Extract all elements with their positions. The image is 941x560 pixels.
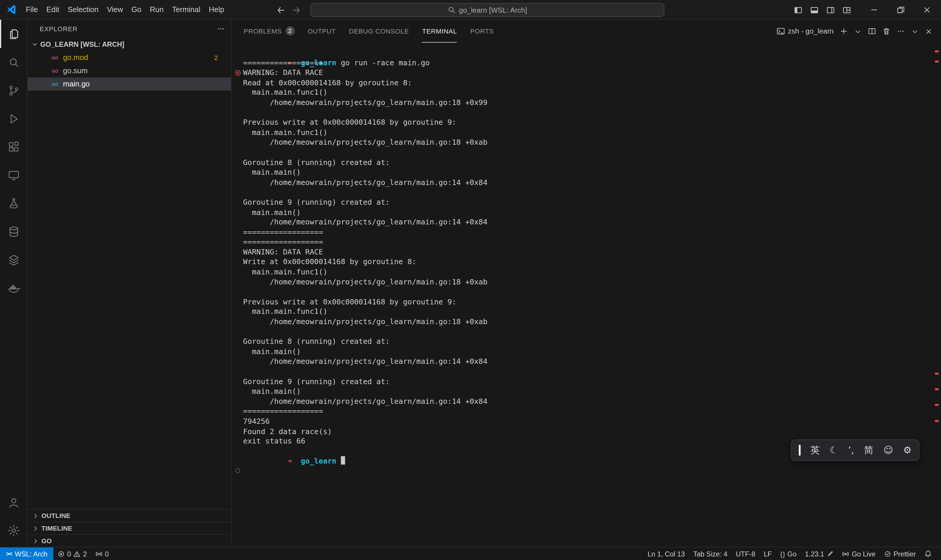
settings-button[interactable] xyxy=(0,516,27,545)
file-row-main-go[interactable]: GO main.go xyxy=(28,77,231,91)
chevron-right-icon xyxy=(32,538,39,544)
tab-debug-console[interactable]: DEBUG CONSOLE xyxy=(349,20,409,43)
tab-label: OUTPUT xyxy=(308,27,336,34)
tab-label: TERMINAL xyxy=(422,27,457,34)
tab-problems[interactable]: PROBLEMS 2 xyxy=(244,20,295,43)
command-pending-icon xyxy=(235,448,288,494)
tab-ports[interactable]: PORTS xyxy=(470,20,494,43)
chevron-right-icon xyxy=(32,525,39,531)
toggle-secondary-sidebar-icon[interactable] xyxy=(826,5,835,15)
titlebar: File Edit Selection View Go Run Terminal… xyxy=(0,0,941,20)
panel-restore-icon[interactable] xyxy=(911,27,919,35)
menu-edit[interactable]: Edit xyxy=(42,0,63,19)
section-outline[interactable]: OUTLINE xyxy=(28,509,231,522)
eol-sequence[interactable]: LF xyxy=(760,547,776,560)
explorer-more-actions-icon[interactable] xyxy=(217,25,225,33)
menu-view[interactable]: View xyxy=(103,0,127,19)
close-panel-icon[interactable] xyxy=(925,27,933,35)
menu-help[interactable]: Help xyxy=(204,0,229,19)
prompt-arrow: ➜ xyxy=(288,457,292,466)
panel-more-actions-icon[interactable] xyxy=(896,27,905,35)
accounts-button[interactable] xyxy=(0,488,27,516)
split-terminal-icon[interactable] xyxy=(868,27,876,35)
notifications-bell[interactable] xyxy=(920,547,936,560)
section-go[interactable]: GO xyxy=(28,534,231,547)
file-row-go-mod[interactable]: GO go.mod 2 xyxy=(28,51,231,64)
activity-testing[interactable] xyxy=(0,189,27,217)
remote-icon: >< xyxy=(6,550,12,557)
remote-indicator[interactable]: >< WSL: Arch xyxy=(0,547,54,560)
menu-terminal[interactable]: Terminal xyxy=(168,0,204,19)
window-controls xyxy=(861,0,940,20)
ime-language-toggle[interactable]: 英 xyxy=(810,444,820,457)
section-label: OUTLINE xyxy=(42,512,71,519)
chevron-right-icon xyxy=(32,512,39,519)
toggle-panel-icon[interactable] xyxy=(810,5,819,15)
terminal-view[interactable]: ➜ go_learn go run -race main.go ========… xyxy=(232,43,941,547)
terminal-dropdown-icon[interactable] xyxy=(854,27,862,35)
ime-simplified-toggle[interactable]: 简 xyxy=(864,444,873,457)
tab-output[interactable]: OUTPUT xyxy=(308,20,336,43)
command-center-search[interactable]: go_learn [WSL: Arch] xyxy=(310,3,664,17)
go-live-button[interactable]: Go Live xyxy=(838,547,880,560)
activity-run-debug[interactable] xyxy=(0,105,27,133)
back-button[interactable] xyxy=(276,5,286,15)
ime-settings-gear-icon[interactable]: ⚙ xyxy=(903,445,911,455)
activity-extensions[interactable] xyxy=(0,133,27,161)
ports-status[interactable]: 0 xyxy=(91,547,113,560)
go-version[interactable]: 1.23.1 xyxy=(801,547,838,560)
close-button[interactable] xyxy=(913,0,940,20)
terminal-content: ➜ go_learn go run -race main.go ========… xyxy=(243,48,929,456)
scrollbar-error-mark xyxy=(935,61,939,62)
activity-remote-explorer[interactable] xyxy=(0,161,27,189)
menu-selection[interactable]: Selection xyxy=(63,0,103,19)
tab-terminal[interactable]: TERMINAL xyxy=(422,20,457,43)
activity-docker[interactable] xyxy=(0,274,27,302)
kill-terminal-icon[interactable] xyxy=(882,27,891,35)
ime-punctuation-toggle[interactable]: ’, xyxy=(848,445,854,455)
terminal-instance[interactable]: zsh - go_learn xyxy=(776,27,834,35)
nav-history xyxy=(276,0,301,20)
activity-source-control[interactable] xyxy=(0,76,27,105)
shell-name: zsh - go_learn xyxy=(788,27,833,35)
menu-go[interactable]: Go xyxy=(127,0,146,19)
ime-toolbar: 英 ☾ ’, 简 ☺ ⚙ xyxy=(791,439,919,461)
toggle-primary-sidebar-icon[interactable] xyxy=(793,5,803,15)
file-name: go.mod xyxy=(63,54,88,62)
vscode-window: File Edit Selection View Go Run Terminal… xyxy=(0,0,941,560)
activity-search[interactable] xyxy=(0,48,27,76)
activity-layers[interactable] xyxy=(0,246,27,274)
ports-count: 0 xyxy=(105,550,109,557)
account-icon xyxy=(7,495,20,509)
forward-button[interactable] xyxy=(292,5,301,15)
menu-run[interactable]: Run xyxy=(146,0,168,19)
new-terminal-icon[interactable] xyxy=(840,27,848,35)
tab-label: DEBUG CONSOLE xyxy=(349,27,409,34)
vscode-logo-icon xyxy=(6,4,17,15)
problems-status[interactable]: 0 2 xyxy=(54,547,91,560)
menu-file[interactable]: File xyxy=(22,0,42,19)
activity-explorer[interactable] xyxy=(0,20,27,48)
go-sum-file-icon: GO xyxy=(50,66,59,75)
file-row-go-sum[interactable]: GO go.sum xyxy=(28,64,231,77)
restore-button[interactable] xyxy=(887,0,913,20)
prettier-status[interactable]: Prettier xyxy=(880,547,920,560)
language-mode[interactable]: { } Go xyxy=(776,547,801,560)
warning-icon xyxy=(74,550,81,557)
tab-size[interactable]: Tab Size: 4 xyxy=(689,547,732,560)
cursor-position[interactable]: Ln 1, Col 13 xyxy=(643,547,689,560)
sidebar-sections: OUTLINE TIMELINE GO xyxy=(28,509,231,547)
tree-root-go-learn[interactable]: GO_LEARN [WSL: ARCH] xyxy=(28,38,231,51)
minimize-button[interactable] xyxy=(861,0,887,20)
file-name: main.go xyxy=(63,80,90,88)
activity-database[interactable] xyxy=(0,217,27,246)
status-bar: >< WSL: Arch 0 2 0 Ln 1, Col 13 Tab Size… xyxy=(0,547,941,560)
ime-emoji-icon[interactable]: ☺ xyxy=(883,445,893,455)
ime-halfwidth-moon-icon[interactable]: ☾ xyxy=(830,445,838,455)
explorer-header: EXPLORER xyxy=(28,20,231,38)
encoding[interactable]: UTF-8 xyxy=(732,547,760,560)
search-icon xyxy=(7,55,20,69)
section-timeline[interactable]: TIMELINE xyxy=(28,522,231,534)
customize-layout-icon[interactable] xyxy=(842,5,852,15)
docker-whale-icon xyxy=(7,281,20,294)
